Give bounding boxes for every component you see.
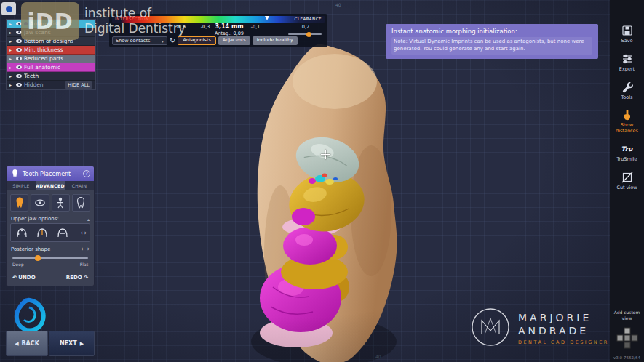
- idd-logo-text: iDD: [27, 9, 73, 34]
- brand-subtitle: DENTAL CAD DESIGNER: [518, 339, 609, 345]
- jaw-option-button-3[interactable]: [53, 225, 72, 240]
- brand-name-line2: ANDRADE: [518, 325, 609, 338]
- visibility-eye-icon[interactable]: [16, 57, 22, 60]
- legend-row-reduced-parts[interactable]: ▸ Reduced parts: [7, 55, 95, 63]
- expand-icon[interactable]: ▸: [9, 56, 14, 61]
- expand-icon[interactable]: ▸: [9, 82, 14, 87]
- right-toolbar: Save Expert Tools Show distances Tru Tru…: [610, 0, 644, 362]
- toolbar-item-label: Expert: [619, 67, 635, 73]
- hide-all-button[interactable]: HIDE ALL: [65, 81, 92, 89]
- tooth-placement-icon: [10, 167, 20, 181]
- legend-label: Teeth: [24, 73, 39, 79]
- corner-badge-icon: [1, 2, 16, 15]
- expert-button[interactable]: Expert: [610, 49, 644, 77]
- visibility-tool-button[interactable]: [31, 194, 49, 212]
- cut-view-button[interactable]: Cut view: [610, 167, 644, 196]
- orientation-axes-widget[interactable]: [615, 326, 640, 353]
- next-shape-icon[interactable]: ›: [87, 246, 90, 252]
- antagonist-distance-value: Antag.: 0,09: [215, 31, 244, 36]
- visibility-eye-icon[interactable]: [16, 74, 22, 78]
- visibility-eye-icon[interactable]: [16, 48, 22, 52]
- prev-option-icon[interactable]: ‹: [81, 230, 83, 236]
- trusmile-icon: Tru: [621, 145, 633, 153]
- tab-bar: SIMPLE ADVANCED CHAIN: [7, 181, 94, 190]
- adjacents-button[interactable]: Adjacents: [218, 36, 250, 45]
- distance-value: 3,14 mm: [215, 23, 243, 30]
- back-arrow-icon: ◀: [15, 341, 18, 347]
- tools-button[interactable]: Tools: [610, 77, 644, 105]
- slider-min-label: Deep: [12, 262, 24, 267]
- dental-model[interactable]: [218, 36, 429, 362]
- clearance-label: CLEARANCE: [295, 16, 322, 23]
- toolbar-item-label: Cut view: [616, 185, 637, 191]
- anatomy-tool-button[interactable]: [72, 194, 90, 212]
- show-distances-button[interactable]: Show distances: [610, 105, 644, 139]
- tab-chain[interactable]: CHAIN: [65, 181, 94, 190]
- tab-advanced[interactable]: ADVANCED: [36, 181, 65, 190]
- legend-label: Min. thickness: [24, 47, 63, 53]
- visibility-eye-icon[interactable]: [16, 65, 22, 69]
- next-option-icon[interactable]: ›: [84, 230, 87, 236]
- upper-jaw-options-label: Upper jaw options:: [11, 216, 59, 222]
- brand-name-line1: MARJORIE: [518, 312, 609, 325]
- toolbar-item-label: Show distances: [610, 123, 644, 134]
- notification-body: Note: Virtual Dynamic Imprints can be us…: [391, 37, 592, 55]
- tooth-placement-panel: Tooth Placement ? SIMPLE ADVANCED CHAIN …: [6, 166, 95, 286]
- idd-text-line2: Digital Dentistry: [84, 21, 186, 36]
- expand-icon[interactable]: ▸: [9, 47, 14, 52]
- undo-icon: ↶: [12, 275, 17, 281]
- scale-tick: -0,1: [251, 24, 261, 30]
- save-icon: [621, 24, 634, 37]
- slider-max-label: Flat: [80, 262, 88, 267]
- back-button[interactable]: ◀ BACK: [6, 331, 48, 356]
- legend-row-min-thickness[interactable]: ▸ Min. thickness: [7, 46, 95, 55]
- legend-label: Reduced parts: [24, 55, 63, 62]
- next-label: NEXT: [60, 340, 77, 347]
- redo-icon: ↷: [84, 275, 88, 281]
- legend-label: Full anatomic: [24, 64, 60, 71]
- expand-icon[interactable]: ▸: [9, 65, 14, 70]
- posterior-shape-slider[interactable]: [12, 255, 88, 261]
- tab-simple[interactable]: SIMPLE: [7, 181, 36, 190]
- visibility-eye-icon[interactable]: [16, 83, 22, 87]
- cut-view-icon: [621, 171, 634, 184]
- posterior-shape-label: Posterior shape: [11, 246, 50, 252]
- legend-row-full-anatomic[interactable]: ▸ Full anatomic: [7, 63, 95, 72]
- expand-icon[interactable]: ▸: [9, 73, 14, 79]
- articulation-tool-button[interactable]: [52, 194, 70, 212]
- panel-title: Tooth Placement: [23, 171, 80, 177]
- help-button[interactable]: ?: [83, 170, 90, 177]
- idd-watermark: iDD institute of Digital Dentistry: [1, 2, 186, 40]
- chevron-up-icon[interactable]: ▴: [87, 217, 90, 222]
- undo-button[interactable]: ↶ UNDO: [12, 275, 36, 281]
- save-button[interactable]: Save: [610, 20, 644, 49]
- scale-tick: -0,3: [201, 24, 210, 30]
- gradient-marker-icon[interactable]: [265, 16, 269, 20]
- legend-label: Hidden: [24, 81, 44, 88]
- scale-tick: 0,2: [302, 24, 309, 30]
- jaw-option-button-1[interactable]: [12, 225, 31, 240]
- upper-jaw-options-group: ‹ ›: [10, 223, 90, 242]
- slider-knob[interactable]: [306, 32, 311, 37]
- ma-monogram-icon: [470, 307, 511, 350]
- notification-title: Instant anatomic morphing initialization…: [391, 28, 592, 35]
- jaw-option-button-2[interactable]: [33, 225, 52, 240]
- prev-shape-icon[interactable]: ‹: [81, 246, 83, 252]
- redo-button[interactable]: REDO ↷: [66, 275, 88, 281]
- legend-row-teeth[interactable]: ▸ Teeth: [7, 72, 95, 81]
- idd-logo: iDD: [21, 2, 79, 40]
- slider-knob[interactable]: [35, 255, 41, 261]
- slider-track[interactable]: [12, 257, 88, 259]
- panel-header[interactable]: Tooth Placement ?: [7, 166, 94, 181]
- wrench-icon: [621, 81, 634, 94]
- add-custom-view-button[interactable]: Add custom view: [612, 310, 643, 321]
- next-button[interactable]: NEXT ▶: [49, 331, 95, 356]
- range-slider[interactable]: [288, 33, 322, 35]
- legend-row-hidden[interactable]: ▸ Hidden HIDE ALL: [7, 81, 95, 89]
- toolbar-item-label: Tools: [620, 95, 633, 101]
- include-healthy-button[interactable]: Include healthy: [253, 36, 298, 45]
- toolbar-item-label: Save: [621, 39, 634, 44]
- placement-tool-row: [7, 190, 94, 214]
- trusmile-button[interactable]: Tru TruSmile: [610, 139, 644, 167]
- move-tooth-tool-button[interactable]: [10, 194, 28, 212]
